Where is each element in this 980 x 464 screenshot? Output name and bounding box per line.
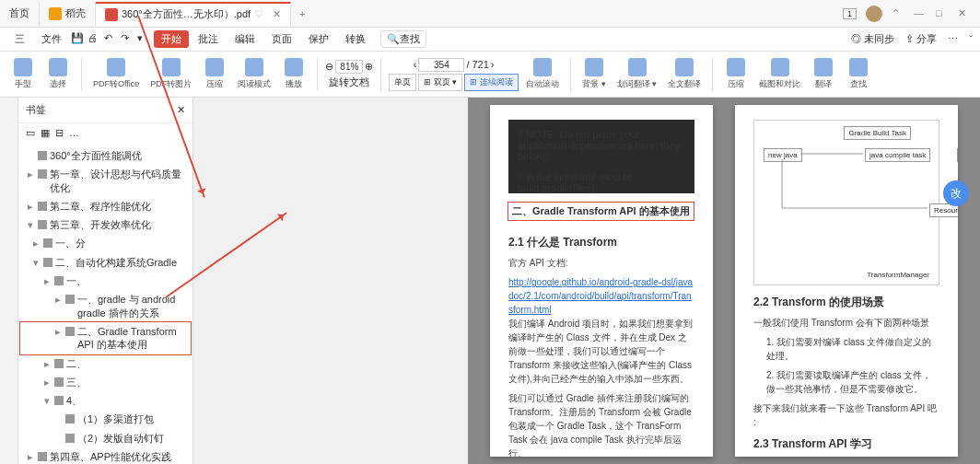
read-mode-button[interactable]: 阅读模式 (234, 54, 274, 95)
menu-file[interactable]: 文件 (34, 30, 69, 48)
menu-edit[interactable]: 编辑 (228, 30, 262, 48)
translate-button[interactable]: 翻译 (808, 54, 839, 95)
menu-hamburger[interactable]: 三 (7, 30, 32, 48)
bookmark-item[interactable]: ▸二、Gradle Transform API 的基本使用 (20, 322, 191, 354)
zoom-in-icon[interactable]: ⊕ (365, 61, 373, 73)
menu-page[interactable]: 页面 (264, 30, 299, 48)
sync-status[interactable]: ◎ 未同步 (851, 32, 894, 46)
bookmark-item[interactable]: ▸一、gradle 与 android gradle 插件的关系 (20, 290, 191, 322)
bookmark-item[interactable]: （1）多渠道打包 (20, 410, 191, 428)
full-translate-button[interactable]: 全文翻译 (664, 54, 705, 95)
bookmark-item[interactable]: ▸二、 (20, 354, 191, 373)
bookmark-item[interactable]: ▾第三章、开发效率优化 (20, 215, 191, 234)
close-window-icon[interactable]: ✕ (958, 7, 971, 20)
document-area[interactable]: // NOTE: Do not place your application d… (468, 98, 980, 464)
bookmark-icon (38, 220, 47, 229)
bookmark-icon (38, 452, 47, 461)
more-side-icon[interactable]: … (69, 127, 79, 139)
chevron-icon[interactable]: ▾ (44, 394, 52, 407)
chevron-icon[interactable]: ▸ (44, 274, 52, 287)
tab-pdf[interactable]: 360°全方面性…无水印）.pdf♡✕ (96, 2, 291, 26)
bookmark-item[interactable]: ▸一、分 (20, 234, 191, 252)
add-bookmark-icon[interactable]: ▭ (26, 127, 35, 139)
bookmark-item[interactable]: ▸三、 (20, 373, 191, 391)
menu-protect[interactable]: 保护 (301, 30, 336, 48)
sidebar-close-icon[interactable]: ✕ (177, 104, 185, 116)
continuous-button[interactable]: ⊞ 连续阅读 (464, 74, 519, 91)
pack-button[interactable]: 压缩 (720, 54, 752, 95)
bookmark-icon (65, 327, 75, 336)
new-tab-button[interactable]: + (291, 8, 313, 19)
prev-page-icon[interactable]: ‹ (414, 59, 417, 70)
bookmark-item[interactable]: ▸一、 (20, 272, 191, 290)
word-translate-button[interactable]: 划词翻译 ▾ (613, 54, 661, 95)
chevron-icon[interactable]: ▸ (55, 325, 63, 338)
single-page-button[interactable]: 单页 (389, 74, 416, 91)
avatar[interactable] (866, 6, 882, 22)
auto-scroll-button[interactable]: 自动滚动 (522, 54, 563, 95)
chevron-icon[interactable]: ▸ (44, 376, 52, 389)
redo-icon[interactable]: ↷ (121, 32, 135, 47)
share-button[interactable]: ⇪ 分享 (905, 32, 937, 46)
more-icon[interactable]: ⋯ (948, 33, 958, 45)
bookmark-icon (43, 258, 52, 267)
menu-annotate[interactable]: 批注 (191, 30, 226, 48)
bookmark-item[interactable]: ▸第二章、程序性能优化 (20, 197, 191, 215)
save-icon[interactable]: 💾 (71, 32, 86, 47)
rotate-label[interactable]: 旋转文档 (329, 75, 369, 89)
tab-daoke[interactable]: 稻壳 (40, 2, 96, 26)
menu-start[interactable]: 开始 (154, 30, 189, 48)
bookmark-item[interactable]: （2）发版自动钉钉 (20, 429, 191, 447)
chevron-icon[interactable]: ▸ (28, 168, 35, 180)
edit-fab[interactable]: 改 (943, 180, 969, 206)
bookmark-icon (43, 238, 52, 248)
chevron-icon[interactable]: ▸ (33, 237, 41, 249)
bookmark-item[interactable]: ▾二、自动化构建系统Gradle (20, 253, 191, 272)
subheading-2-3: 2.3 Transform API 学习 (753, 436, 939, 452)
close-icon[interactable]: ✕ (273, 8, 281, 20)
compress-icon (205, 58, 224, 76)
title-bar: 首页 稻壳 360°全方面性…无水印）.pdf♡✕ + 1 ⌃ — □ ✕ (0, 0, 980, 28)
bookmark-label: 一、gradle 与 android gradle 插件的关系 (77, 293, 187, 319)
background-button[interactable]: 背景 ▾ (578, 54, 610, 95)
select-tool-button[interactable]: 选择 (42, 54, 74, 95)
play-button[interactable]: 播放 (278, 54, 309, 95)
crop-compare-button[interactable]: 截图和对比 (755, 54, 804, 95)
compress-button[interactable]: 压缩 (199, 54, 230, 95)
bookmark-item[interactable]: ▾4、 (20, 391, 191, 410)
chevron-icon[interactable]: ▸ (44, 357, 52, 370)
grid-icon[interactable]: ▦ (41, 127, 50, 139)
ribbon-toggle-icon[interactable]: ⌃ (892, 7, 904, 20)
bookmark-item[interactable]: 360°全方面性能调优 (20, 146, 191, 165)
page-number-input[interactable]: 354 (418, 58, 464, 72)
collapse-ribbon-icon[interactable]: ˇ (969, 34, 973, 45)
zoom-out-icon[interactable]: ⊖ (325, 61, 333, 73)
chevron-icon[interactable]: ▸ (28, 200, 35, 213)
chevron-icon[interactable]: ▸ (28, 450, 35, 463)
chevron-icon[interactable]: ▾ (33, 256, 41, 269)
find-button[interactable]: 查找 (843, 54, 874, 95)
side-tab-strip[interactable] (0, 98, 18, 464)
bookmark-item[interactable]: ▸第四章、APP性能优化实践 (20, 447, 191, 464)
hand-tool-button[interactable]: 手型 (7, 54, 39, 95)
list-icon[interactable]: ⊟ (55, 127, 64, 139)
chevron-icon[interactable]: ▸ (55, 293, 63, 306)
flow-diagram: new java Gradle Build Task java compile … (753, 120, 939, 285)
chevron-icon[interactable]: ▾ (28, 218, 35, 231)
tab-home[interactable]: 首页 (0, 2, 40, 26)
bookmark-item[interactable]: ▸第一章、设计思想与代码质量优化 (20, 165, 191, 197)
print-icon[interactable]: 🖨 (88, 32, 102, 47)
minimize-icon[interactable]: — (914, 7, 927, 20)
api-doc-link[interactable]: http://google.github.io/android-gradle-d… (508, 277, 693, 315)
maximize-icon[interactable]: □ (936, 7, 949, 20)
search-box[interactable]: 🔍查找 (380, 30, 426, 48)
pdf-to-office-button[interactable]: PDF转Office (89, 54, 143, 95)
next-page-icon[interactable]: › (491, 59, 495, 70)
zoom-value[interactable]: 81% (335, 60, 363, 74)
undo-icon[interactable]: ↶ (104, 32, 119, 47)
pin-icon[interactable]: ♡ (254, 8, 263, 20)
crop-icon (771, 58, 789, 76)
dual-page-button[interactable]: ⊞ 双页 ▾ (418, 74, 462, 91)
menu-convert[interactable]: 转换 (338, 30, 373, 48)
globe-icon (675, 58, 694, 76)
